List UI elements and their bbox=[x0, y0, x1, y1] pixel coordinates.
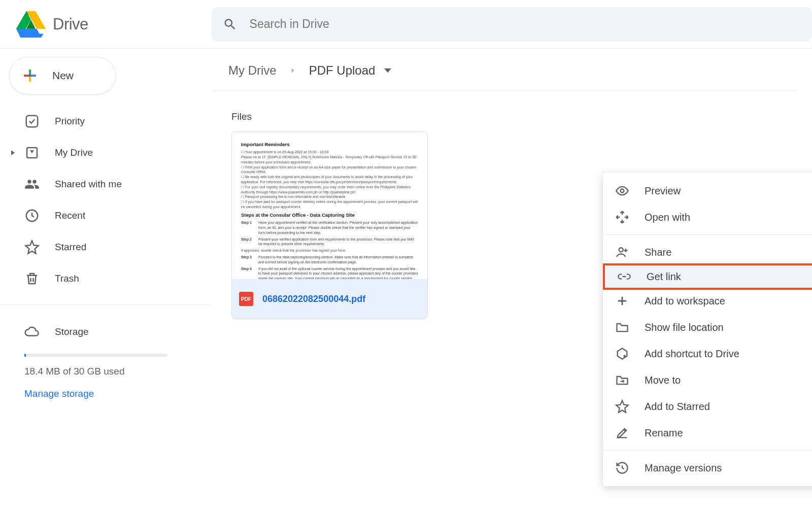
star-icon bbox=[615, 399, 629, 414]
ctx-move-to[interactable]: Move to bbox=[603, 367, 812, 393]
history-icon bbox=[615, 461, 629, 475]
plus-icon bbox=[21, 66, 39, 85]
dropdown-icon bbox=[384, 67, 391, 74]
ctx-get-link[interactable]: Get link bbox=[603, 263, 812, 290]
sidebar: New Priority My Drive Shared with me Rec… bbox=[0, 49, 212, 510]
ctx-add-shortcut[interactable]: Add shortcut to Drive bbox=[603, 341, 812, 367]
manage-storage-link[interactable]: Manage storage bbox=[0, 388, 212, 399]
ctx-star[interactable]: Add to Starred bbox=[603, 393, 812, 420]
sidebar-item-label: Shared with me bbox=[55, 179, 122, 190]
ctx-show-location[interactable]: Show file location bbox=[603, 314, 812, 341]
search-bar[interactable] bbox=[212, 7, 812, 42]
app-header: Drive bbox=[0, 0, 812, 49]
context-menu: Preview Open with Share Get link Add to … bbox=[603, 173, 812, 486]
folder-icon bbox=[615, 320, 629, 334]
pdf-icon: PDF bbox=[239, 292, 253, 306]
pencil-icon bbox=[615, 426, 629, 440]
breadcrumb: My Drive PDF Upload bbox=[212, 49, 812, 84]
file-footer: PDF 06862022082500044.pdf bbox=[232, 279, 427, 319]
breadcrumb-current[interactable]: PDF Upload bbox=[307, 59, 394, 82]
main-area: My Drive PDF Upload Files Important Remi… bbox=[212, 49, 812, 510]
svg-rect-0 bbox=[29, 75, 31, 77]
cloud-icon bbox=[24, 324, 40, 339]
sidebar-item-label: Starred bbox=[55, 242, 86, 253]
sidebar-item-label: My Drive bbox=[55, 147, 93, 158]
storage-text: 18.4 MB of 30 GB used bbox=[0, 366, 212, 377]
clock-icon bbox=[24, 208, 40, 223]
logo[interactable]: Drive bbox=[0, 10, 212, 39]
star-icon bbox=[24, 240, 40, 255]
shortcut-icon bbox=[615, 347, 629, 361]
file-name: 06862022082500044.pdf bbox=[262, 294, 365, 304]
files-section-label: Files bbox=[212, 91, 812, 131]
open-with-icon bbox=[615, 210, 629, 224]
sidebar-item-trash[interactable]: Trash bbox=[0, 263, 198, 294]
ctx-open-with[interactable]: Open with bbox=[603, 204, 812, 230]
person-add-icon bbox=[615, 245, 629, 259]
eye-icon bbox=[615, 184, 629, 198]
link-icon bbox=[617, 269, 631, 284]
sidebar-item-label: Trash bbox=[55, 273, 79, 284]
ctx-manage-versions[interactable]: Manage versions bbox=[603, 455, 812, 481]
file-thumbnail: Important Reminders ☐ Your appointment i… bbox=[232, 132, 427, 279]
trash-icon bbox=[24, 271, 40, 286]
search-input[interactable] bbox=[250, 17, 801, 31]
sidebar-item-label: Priority bbox=[55, 116, 85, 127]
people-icon bbox=[24, 177, 40, 192]
ctx-add-workspace[interactable]: Add to workspace bbox=[603, 288, 812, 314]
app-name: Drive bbox=[53, 15, 88, 33]
file-card[interactable]: Important Reminders ☐ Your appointment i… bbox=[231, 131, 428, 319]
ctx-preview[interactable]: Preview bbox=[603, 178, 812, 204]
drive-logo-icon bbox=[16, 10, 46, 39]
sidebar-item-storage[interactable]: Storage bbox=[0, 316, 198, 348]
drive-icon bbox=[24, 145, 40, 160]
breadcrumb-root[interactable]: My Drive bbox=[226, 59, 279, 82]
svg-point-5 bbox=[619, 248, 623, 252]
storage-bar bbox=[24, 354, 167, 357]
sidebar-item-priority[interactable]: Priority bbox=[0, 106, 198, 137]
ctx-rename[interactable]: Rename bbox=[603, 420, 812, 446]
sidebar-item-my-drive[interactable]: My Drive bbox=[0, 137, 198, 168]
ctx-share[interactable]: Share bbox=[603, 239, 812, 265]
sidebar-item-label: Storage bbox=[55, 326, 89, 337]
move-icon bbox=[615, 373, 629, 387]
svg-point-4 bbox=[621, 189, 624, 193]
priority-icon bbox=[24, 114, 40, 129]
svg-rect-1 bbox=[26, 116, 38, 127]
expand-icon bbox=[11, 150, 15, 155]
plus-icon bbox=[615, 294, 629, 308]
new-button[interactable]: New bbox=[9, 57, 116, 94]
chevron-right-icon bbox=[288, 65, 298, 76]
sidebar-item-label: Recent bbox=[55, 210, 85, 221]
search-icon bbox=[223, 17, 238, 32]
sidebar-item-shared[interactable]: Shared with me bbox=[0, 168, 198, 200]
sidebar-item-starred[interactable]: Starred bbox=[0, 231, 198, 263]
sidebar-item-recent[interactable]: Recent bbox=[0, 200, 198, 231]
